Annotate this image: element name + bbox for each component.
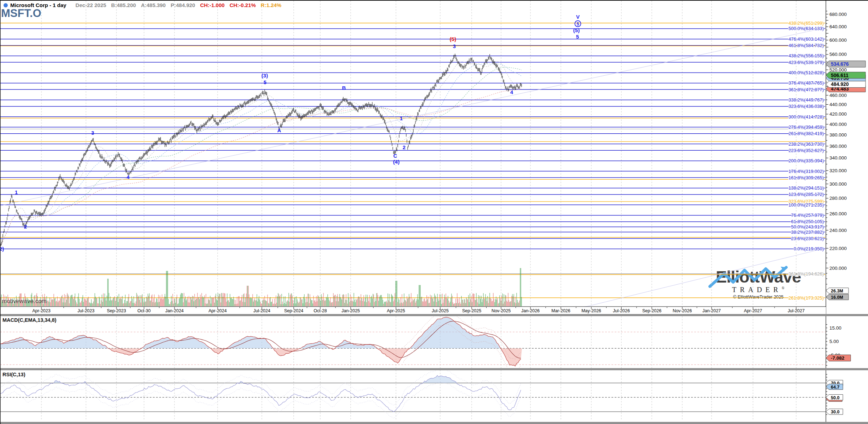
svg-text:(4): (4) — [393, 159, 399, 165]
quote-date: Dec-22 2025 — [75, 2, 106, 8]
svg-text:138.2%(294.151): 138.2%(294.151) — [788, 185, 824, 191]
svg-text:C: C — [393, 153, 397, 159]
motivewave-watermark: motivewave.com — [2, 298, 47, 305]
svg-text:261.8%(173.325): 261.8%(173.325) — [788, 295, 824, 301]
quote-range-pct: R:1.24% — [261, 2, 281, 8]
svg-text:5: 5 — [577, 22, 579, 27]
svg-text:(3): (3) — [261, 72, 268, 79]
svg-text:2: 2 — [24, 223, 27, 230]
svg-text:15.00: 15.00 — [829, 325, 841, 331]
svg-text:5.00: 5.00 — [829, 339, 839, 344]
svg-text:V: V — [576, 14, 580, 20]
svg-text:50.0: 50.0 — [831, 395, 839, 400]
svg-text:300.0%(414.728): 300.0%(414.728) — [788, 114, 824, 120]
svg-text:38.2%(237.882): 38.2%(237.882) — [791, 230, 824, 235]
svg-text:0.0%(219.350): 0.0%(219.350) — [794, 246, 824, 251]
price-chart-canvas[interactable]: (2)1234(3)5ABC(4)12(5)34V5(5)5438.2%(651… — [0, 0, 868, 424]
svg-text:50.0%(243.917): 50.0%(243.917) — [791, 224, 824, 230]
svg-text:4: 4 — [510, 89, 513, 95]
svg-text:(2): (2) — [0, 246, 4, 252]
quote-change: CH:-1.000 — [200, 2, 224, 8]
svg-text:361.8%(194.626): 361.8%(194.626) — [788, 271, 824, 277]
svg-text:176.4%(319.002): 176.4%(319.002) — [788, 169, 824, 174]
svg-text:-7.082: -7.082 — [831, 355, 844, 361]
svg-text:B: B — [342, 85, 346, 91]
macd-study-label[interactable]: MACD(C,EMA,13,34,8) — [2, 317, 56, 323]
svg-text:3: 3 — [453, 43, 456, 49]
svg-text:2: 2 — [403, 144, 406, 150]
time-axis[interactable] — [0, 307, 826, 314]
price-axis[interactable] — [826, 0, 868, 307]
svg-text:276.4%(394.459): 276.4%(394.459) — [788, 124, 824, 130]
svg-text:338.2%(449.767): 338.2%(449.767) — [788, 97, 824, 103]
svg-text:61.8%(250.105): 61.8%(250.105) — [791, 219, 824, 224]
window-top-border — [0, 0, 868, 1]
svg-text:161.8%(309.265): 161.8%(309.265) — [788, 175, 824, 180]
quote-change-pct: CH:-0.21% — [230, 2, 256, 8]
svg-text:261.8%(382.419): 261.8%(382.419) — [788, 131, 824, 136]
quote-bid: B:485.200 — [111, 2, 136, 8]
svg-text:438.2%(651.299): 438.2%(651.299) — [788, 21, 824, 26]
svg-text:4: 4 — [127, 174, 130, 180]
svg-text:3: 3 — [91, 130, 94, 136]
svg-text:1: 1 — [15, 189, 18, 195]
svg-text:100.0%(271.235): 100.0%(271.235) — [788, 202, 824, 208]
svg-text:238.2%(363.730): 238.2%(363.730) — [788, 141, 824, 147]
svg-text:461.8%(584.732): 461.8%(584.732) — [788, 43, 824, 48]
svg-text:1: 1 — [400, 115, 403, 121]
svg-text:376.4%(487.765): 376.4%(487.765) — [788, 80, 824, 86]
svg-text:64.7: 64.7 — [831, 385, 839, 390]
svg-text:400.0%(512.828): 400.0%(512.828) — [788, 70, 824, 75]
svg-text:361.8%(472.877): 361.8%(472.877) — [788, 87, 824, 92]
svg-text:30.0: 30.0 — [831, 410, 839, 414]
svg-text:500.0%(634.133): 500.0%(634.133) — [788, 26, 824, 31]
motivewave-chart-window: Microsoft Corp - 1 dayDec-22 2025B:485.2… — [0, 0, 868, 424]
svg-text:123.6%(285.172): 123.6%(285.172) — [788, 192, 824, 197]
svg-text:423.6%(539.179): 423.6%(539.179) — [788, 60, 824, 65]
ticker-watermark: MSFT.O — [1, 7, 41, 20]
svg-text:5: 5 — [264, 79, 266, 85]
svg-text:5: 5 — [576, 34, 579, 40]
svg-text:A: A — [277, 127, 281, 133]
svg-text:(5): (5) — [573, 27, 580, 33]
svg-text:(5): (5) — [450, 36, 456, 42]
rsi-study-label[interactable]: RSI(C,13) — [2, 372, 25, 377]
quote-ask: A:485.390 — [141, 2, 166, 8]
chart-header: Microsoft Corp - 1 dayDec-22 2025B:485.2… — [4, 2, 281, 8]
svg-text:223.6%(352.627): 223.6%(352.627) — [788, 148, 824, 153]
quote-last: P:484.920 — [171, 2, 195, 8]
svg-text:200.0%(335.394): 200.0%(335.394) — [788, 158, 824, 163]
svg-text:76.4%(257.979): 76.4%(257.979) — [791, 213, 824, 218]
svg-text:476.4%(603.142): 476.4%(603.142) — [788, 36, 824, 42]
svg-text:323.6%(436.038): 323.6%(436.038) — [788, 104, 824, 109]
svg-text:23.6%(230.621): 23.6%(230.621) — [791, 236, 824, 241]
svg-text:438.2%(556.155): 438.2%(556.155) — [788, 53, 824, 58]
